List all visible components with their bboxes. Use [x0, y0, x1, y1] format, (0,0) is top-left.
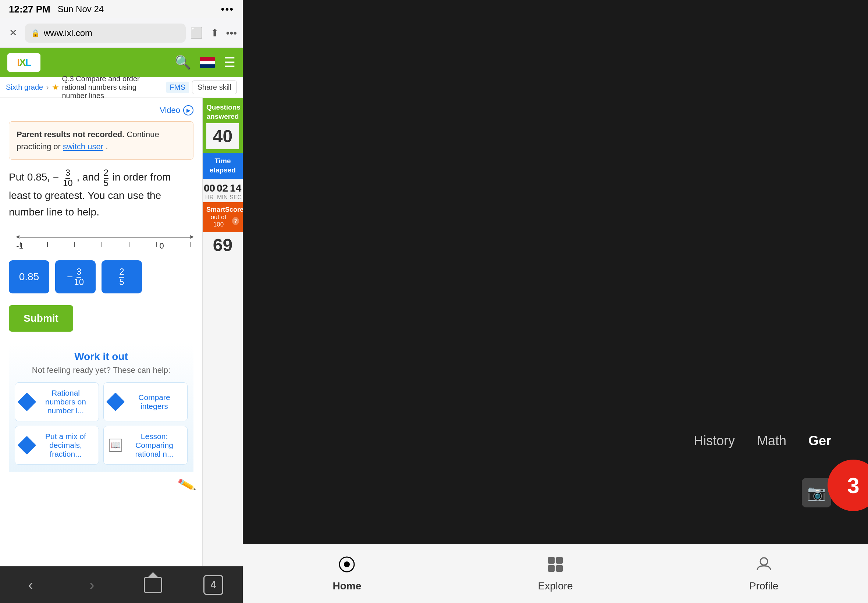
main-content: Video ▶ Parent results not recorded. Con…: [0, 98, 243, 566]
url-text: www.ixl.com: [44, 28, 92, 38]
tick-4: [129, 242, 130, 247]
work-it-out-subtitle: Not feeling ready yet? These can help:: [9, 365, 193, 375]
pencil-icon[interactable]: ✏️: [176, 475, 196, 495]
help-item-3[interactable]: Put a mix of decimals, fraction...: [15, 426, 99, 465]
video-label: Video: [159, 105, 180, 115]
home-button[interactable]: [142, 574, 164, 596]
answer-chip-1[interactable]: 0.85: [9, 260, 49, 294]
browser-actions: ⬜ ⬆ •••: [190, 27, 237, 39]
flag-icon[interactable]: [200, 57, 215, 68]
menu-icon[interactable]: ☰: [224, 55, 235, 70]
profile-nav-label: Profile: [749, 580, 778, 592]
browser-bottom-nav: ‹ › 4: [0, 566, 243, 603]
bookmark-icon[interactable]: ⬜: [190, 27, 203, 39]
question-text: Put 0.85, − 3 10 , and 2 5 in order from…: [9, 169, 193, 221]
ixl-header: I X L 🔍 ☰: [0, 48, 243, 77]
help-items-list: Rational numbers on number l... Compare …: [9, 382, 193, 465]
smart-score-value: 69: [203, 232, 243, 258]
app-nav-home[interactable]: Home: [310, 555, 384, 592]
svg-point-6: [760, 558, 767, 565]
diamond-icon-2: [106, 392, 125, 411]
camera-icon: 📷: [802, 478, 831, 507]
search-icon[interactable]: 🔍: [175, 55, 191, 70]
help-row-2: Put a mix of decimals, fraction... 📖 Les…: [15, 426, 187, 465]
subject-math[interactable]: Math: [757, 433, 786, 448]
share-icon[interactable]: ⬆: [210, 27, 219, 39]
neg-sign-2: −: [67, 271, 73, 283]
red-circle-number: 3: [847, 473, 859, 498]
tick-label-minus1: -1: [16, 241, 23, 251]
tick-label-zero: 0: [159, 241, 164, 251]
help-circle-icon[interactable]: ?: [232, 217, 239, 225]
status-date: Sun Nov 24: [58, 4, 104, 14]
tick-6: [190, 242, 190, 247]
work-it-out-section: Work it out Not feeling ready yet? These…: [9, 343, 193, 472]
browser-close-button[interactable]: ✕: [6, 26, 21, 40]
status-bar: 12:27 PM Sun Nov 24 •••: [0, 0, 243, 19]
share-skill-button[interactable]: Share skill: [192, 80, 237, 94]
sidebar: Questions answered 40 Time elapsed 00 HR…: [202, 98, 243, 566]
chip-fraction-3: 2 5: [119, 267, 124, 286]
breadcrumb-star: ★: [52, 83, 59, 92]
ixl-logo[interactable]: I X L: [7, 53, 40, 72]
parent-notice-bold: Parent results not recorded.: [17, 130, 124, 139]
subject-history[interactable]: History: [694, 433, 735, 448]
help-item-1[interactable]: Rational numbers on number l...: [15, 382, 99, 421]
status-time: 12:27 PM: [9, 4, 50, 15]
tick-3: [102, 242, 102, 247]
status-dots: •••: [221, 3, 234, 15]
video-button[interactable]: Video ▶: [9, 105, 193, 116]
tick-2: [74, 242, 75, 247]
app-bottom-nav: Home Explore Profile: [243, 544, 868, 603]
help-item-label-1: Rational numbers on number l...: [38, 389, 93, 415]
answer-chip-2[interactable]: − 3 10: [55, 260, 96, 294]
parent-notice-end: .: [105, 142, 108, 151]
breadcrumb-skill-name: Q.3 Compare and order rational numbers u…: [62, 75, 163, 100]
svg-rect-5: [556, 565, 563, 572]
svg-rect-2: [548, 557, 555, 564]
home-nav-icon: [338, 555, 356, 577]
time-display: 00 HR 02 MIN 14 SEC: [203, 179, 243, 202]
fms-badge[interactable]: FMS: [166, 82, 189, 93]
question-text-2: , and: [76, 171, 102, 183]
breadcrumb-bar: Sixth grade › ★ Q.3 Compare and order ra…: [0, 77, 243, 98]
url-bar[interactable]: 🔒 www.ixl.com: [25, 23, 186, 43]
svg-rect-4: [548, 565, 555, 572]
more-icon[interactable]: •••: [226, 27, 237, 39]
answer-chip-3[interactable]: 2 5: [102, 260, 142, 294]
time-hours: 00 HR: [204, 182, 215, 201]
smart-score-label: SmartScore: [206, 206, 239, 213]
chip-label-1: 0.85: [19, 271, 39, 283]
fraction-1: 3 10: [63, 169, 73, 187]
chip-fraction-2: 3 10: [74, 267, 84, 286]
explore-nav-label: Explore: [538, 580, 573, 592]
tabs-button[interactable]: 4: [203, 575, 223, 595]
explore-nav-icon: [546, 555, 564, 577]
submit-button[interactable]: Submit: [9, 305, 73, 332]
switch-user-link[interactable]: switch user: [63, 142, 103, 151]
time-minutes: 02 MIN: [217, 182, 228, 201]
home-nav-label: Home: [333, 580, 361, 592]
browser-forward-button[interactable]: ›: [81, 574, 103, 596]
right-panel: History Math Ger 📷 3 Home: [243, 0, 868, 603]
fraction-2: 2 5: [104, 169, 108, 187]
lock-icon: 🔒: [31, 29, 40, 37]
help-item-4[interactable]: 📖 Lesson: Comparing rational n...: [103, 426, 187, 465]
questions-answered-count: 40: [206, 123, 239, 149]
help-item-label-3: Put a mix of decimals, fraction...: [38, 432, 93, 459]
parent-notice: Parent results not recorded. Continue pr…: [9, 121, 193, 159]
breadcrumb-grade[interactable]: Sixth grade: [6, 83, 43, 91]
app-nav-profile[interactable]: Profile: [727, 555, 801, 592]
time-elapsed-box: Time elapsed: [203, 153, 243, 178]
help-item-2[interactable]: Compare integers: [103, 382, 187, 421]
questions-answered-label: Questions answered: [206, 103, 239, 121]
diamond-icon-3: [18, 436, 36, 455]
number-line-container: -1 0: [16, 229, 193, 252]
subject-ger[interactable]: Ger: [808, 433, 831, 448]
time-seconds: 14 SEC: [229, 182, 241, 201]
home-icon: [144, 577, 162, 593]
app-nav-explore[interactable]: Explore: [518, 555, 592, 592]
help-row-1: Rational numbers on number l... Compare …: [15, 382, 187, 421]
browser-back-button[interactable]: ‹: [20, 574, 42, 596]
diamond-icon-1: [18, 392, 36, 411]
